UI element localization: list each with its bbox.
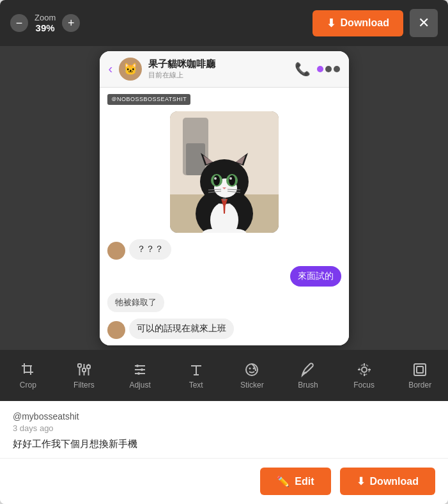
download-label-bottom: Download — [370, 476, 419, 487]
filters-icon — [76, 362, 91, 377]
right-bubble: 來面試的 — [290, 266, 341, 287]
svg-point-17 — [229, 177, 232, 180]
left-message-1: 牠被錄取了 — [107, 293, 164, 312]
left-messages: 牠被錄取了 — [107, 293, 341, 312]
zoom-percent: 39% — [36, 22, 55, 33]
adjust-icon — [132, 362, 148, 377]
tool-adjust[interactable]: Adjust — [121, 362, 159, 390]
svg-point-41 — [137, 372, 140, 375]
tool-border[interactable]: Border — [401, 362, 439, 390]
filters-label: Filters — [73, 381, 95, 390]
zoom-label: Zoom 39% — [35, 13, 56, 33]
msg-avatar-2 — [107, 321, 125, 339]
sticker-icon — [244, 362, 259, 377]
focus-icon — [357, 362, 372, 377]
sticker-label: Sticker — [240, 381, 264, 390]
info-section: @mybosseatshit 3 days ago 好好工作我下個月想換新手機 — [0, 401, 448, 458]
svg-rect-51 — [417, 366, 423, 373]
svg-rect-3 — [186, 143, 205, 175]
zoom-out-button[interactable]: − — [10, 14, 28, 32]
svg-point-40 — [141, 368, 143, 371]
edit-icon: ✏️ — [277, 475, 290, 487]
text-icon — [189, 362, 204, 377]
top-toolbar: − Zoom 39% + ⬇ Download ✕ — [0, 0, 448, 46]
download-button-bottom[interactable]: ⬇ Download — [340, 468, 435, 495]
tool-crop[interactable]: Crop — [9, 362, 47, 390]
border-icon — [412, 362, 428, 377]
vid-dot-1 — [317, 66, 323, 72]
svg-point-39 — [136, 365, 139, 367]
download-button-top[interactable]: ⬇ Download — [313, 10, 403, 36]
chat-image-message — [170, 111, 279, 233]
chat-info: 果子貓咪咖啡廳 目前在線上 — [148, 58, 288, 80]
tool-brush[interactable]: Brush — [289, 362, 327, 390]
download-icon-bottom: ⬇ — [357, 475, 365, 487]
adjust-label: Adjust — [129, 381, 150, 390]
zoom-controls: − Zoom 39% + — [10, 13, 80, 33]
download-icon-top: ⬇ — [327, 17, 336, 30]
edit-button[interactable]: ✏️ Edit — [260, 468, 330, 495]
vid-dot-3 — [334, 66, 340, 72]
question-bubble: ？？？ — [129, 239, 171, 260]
right-message-row: 來面試的 — [107, 266, 341, 287]
app-container: − Zoom 39% + ⬇ Download ✕ ‹ 🐱 果 — [0, 0, 448, 504]
svg-point-47 — [253, 367, 255, 369]
question-avatar — [107, 242, 125, 260]
svg-rect-30 — [82, 368, 86, 372]
back-arrow-icon[interactable]: ‹ — [109, 61, 113, 76]
close-icon: ✕ — [418, 15, 429, 31]
chat-name: 果子貓咪咖啡廳 — [148, 58, 288, 70]
chat-avatar: 🐱 — [119, 58, 142, 81]
svg-point-15 — [229, 175, 235, 185]
crop-icon — [20, 362, 36, 377]
chat-actions: 📞 — [295, 61, 340, 77]
svg-point-16 — [214, 177, 217, 180]
watermark-label: ＠NOBOSSBOSSEATSHIT — [107, 94, 191, 105]
svg-rect-25 — [222, 198, 226, 201]
phone-icon[interactable]: 📞 — [295, 61, 311, 77]
tools-bar: Crop Filters — [0, 350, 448, 401]
tool-focus[interactable]: Focus — [345, 362, 383, 390]
chat-status: 目前在線上 — [148, 70, 288, 80]
left-message-row-2: 可以的話現在就來上班 — [107, 319, 341, 339]
svg-point-46 — [249, 367, 251, 369]
bottom-action-bar: ✏️ Edit ⬇ Download — [0, 458, 448, 504]
crop-label: Crop — [20, 381, 36, 390]
svg-rect-28 — [78, 364, 81, 367]
svg-point-48 — [362, 367, 367, 372]
text-label: Text — [189, 381, 203, 390]
download-label-top: Download — [341, 17, 389, 29]
focus-label: Focus — [353, 381, 375, 390]
svg-rect-33 — [87, 365, 90, 368]
cat-image-svg — [170, 111, 279, 233]
question-message-row: ？？？ — [107, 239, 341, 260]
chat-messages: ＠NOBOSSBOSSEATSHIT — [100, 88, 349, 345]
vid-dot-2 — [325, 66, 332, 72]
edit-label: Edit — [295, 476, 314, 487]
info-caption: 好好工作我下個月想換新手機 — [13, 438, 435, 450]
brush-label: Brush — [298, 381, 318, 390]
close-button[interactable]: ✕ — [410, 9, 438, 37]
left-bubble-2: 可以的話現在就來上班 — [129, 319, 234, 339]
svg-point-49 — [359, 365, 369, 375]
border-label: Border — [408, 381, 431, 390]
zoom-text: Zoom — [35, 13, 56, 22]
tool-text[interactable]: Text — [177, 362, 215, 390]
chat-header: ‹ 🐱 果子貓咪咖啡廳 目前在線上 📞 — [100, 51, 349, 88]
tool-sticker[interactable]: Sticker — [233, 362, 271, 390]
brush-icon — [300, 362, 316, 377]
canvas-area: ‹ 🐱 果子貓咪咖啡廳 目前在線上 📞 ＠NOBOSSBOSSEA — [0, 46, 448, 350]
zoom-in-button[interactable]: + — [62, 14, 80, 32]
tool-filters[interactable]: Filters — [65, 362, 103, 390]
toolbar-right: ⬇ Download ✕ — [313, 9, 438, 37]
info-username: @mybosseatshit — [13, 411, 435, 421]
svg-point-14 — [213, 175, 220, 185]
svg-rect-50 — [414, 364, 426, 375]
video-icon[interactable] — [317, 66, 340, 72]
info-time: 3 days ago — [13, 423, 435, 433]
phone-screenshot: ‹ 🐱 果子貓咪咖啡廳 目前在線上 📞 ＠NOBOSSBOSSEA — [100, 51, 349, 345]
